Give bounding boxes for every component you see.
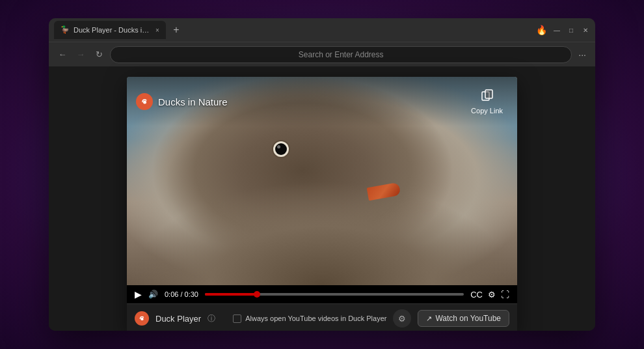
minimize-button[interactable]: — <box>552 25 561 35</box>
video-controls-bar: ▶ 🔊 0:06 / 0:30 CC ⚙ ⛶ <box>127 285 517 303</box>
watch-youtube-label: Watch on YouTube <box>435 314 501 323</box>
time-display: 0:06 / 0:30 <box>165 290 198 298</box>
video-title-bar: Ducks in Nature Copy Link <box>127 77 517 126</box>
svg-point-5 <box>141 318 143 320</box>
tab-area: 🦆 Duck Player - Ducks in Natu... × + <box>54 21 532 39</box>
address-text: Search or Enter Address <box>299 50 384 59</box>
progress-fill <box>205 293 257 296</box>
svg-rect-3 <box>485 90 492 98</box>
progress-dot <box>254 291 260 298</box>
copy-link-button[interactable]: Copy Link <box>466 85 508 119</box>
video-title: Ducks in Nature <box>158 96 228 107</box>
svg-point-1 <box>143 101 146 104</box>
duck-player-settings-button[interactable]: ⚙ <box>393 309 411 328</box>
window-controls: 🔥 — □ ✕ <box>536 25 590 35</box>
external-link-icon: ↗ <box>426 314 432 323</box>
tab-favicon: 🦆 <box>60 25 70 35</box>
duck-player-label: Duck Player <box>155 314 201 324</box>
fullscreen-button[interactable]: ⛶ <box>501 290 509 300</box>
video-area[interactable]: Ducks in Nature Copy Link <box>127 77 517 285</box>
watch-on-youtube-button[interactable]: ↗ Watch on YouTube <box>418 310 509 327</box>
refresh-button[interactable]: ↻ <box>92 48 106 62</box>
ddg-logo-icon <box>136 93 153 110</box>
forward-button[interactable]: → <box>74 48 88 62</box>
address-bar[interactable]: Search or Enter Address <box>110 46 572 63</box>
play-button[interactable]: ▶ <box>135 289 142 300</box>
duck-player-bottom-bar: Duck Player ⓘ Always open YouTube videos… <box>127 303 517 331</box>
info-icon[interactable]: ⓘ <box>208 313 215 324</box>
volume-button[interactable]: 🔊 <box>148 290 158 299</box>
maximize-button[interactable]: □ <box>567 25 576 35</box>
progress-bar[interactable] <box>205 293 464 296</box>
always-open-area: Always open YouTube videos in Duck Playe… <box>233 314 386 323</box>
copy-link-label: Copy Link <box>471 107 503 115</box>
menu-button[interactable]: ··· <box>576 47 589 63</box>
copy-link-icon <box>481 89 494 105</box>
close-button[interactable]: ✕ <box>581 25 590 35</box>
always-open-checkbox[interactable] <box>233 314 241 323</box>
content-area: Ducks in Nature Copy Link <box>49 66 595 331</box>
new-tab-button[interactable]: + <box>168 22 184 38</box>
flame-icon: 🔥 <box>536 25 547 35</box>
right-controls: CC ⚙ ⛶ <box>470 290 509 300</box>
cc-button[interactable]: CC <box>470 290 483 300</box>
navigation-bar: ← → ↻ Search or Enter Address ··· <box>49 42 595 66</box>
duck-player-container: Ducks in Nature Copy Link <box>127 77 517 331</box>
duck-plumage <box>127 181 517 285</box>
title-bar: 🦆 Duck Player - Ducks in Natu... × + 🔥 —… <box>49 18 595 42</box>
ddg-logo-area: Ducks in Nature <box>136 93 228 110</box>
browser-window: 🦆 Duck Player - Ducks in Natu... × + 🔥 —… <box>49 18 595 331</box>
duck-player-logo <box>135 311 149 326</box>
tab-close-button[interactable]: × <box>155 27 159 34</box>
back-button[interactable]: ← <box>55 48 70 62</box>
active-tab[interactable]: 🦆 Duck Player - Ducks in Natu... × <box>54 21 166 39</box>
settings-video-button[interactable]: ⚙ <box>488 290 496 300</box>
always-open-label: Always open YouTube videos in Duck Playe… <box>245 314 386 322</box>
tab-title: Duck Player - Ducks in Natu... <box>74 26 152 34</box>
